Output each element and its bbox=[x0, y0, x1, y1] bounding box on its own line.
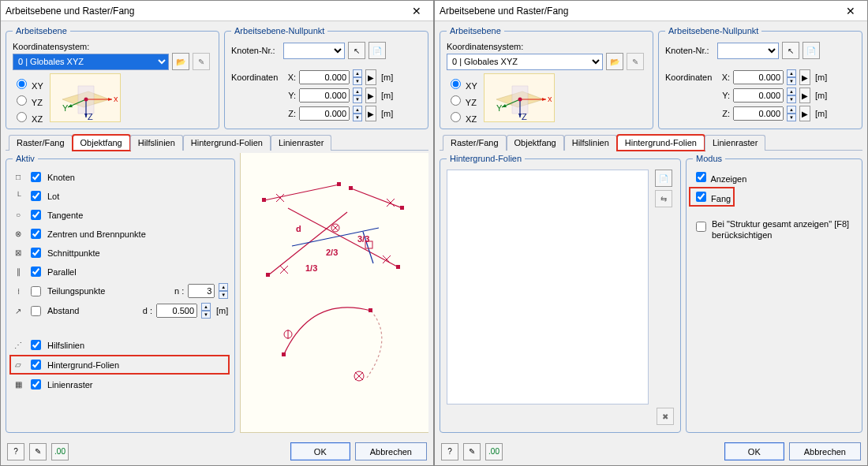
chk-lot[interactable] bbox=[31, 191, 41, 201]
pick-node-icon[interactable]: ↖ bbox=[782, 42, 799, 59]
chk-hintergrund-folien[interactable] bbox=[31, 360, 41, 370]
svg-text:Z: Z bbox=[522, 112, 527, 121]
guideline-icon: ⋰ bbox=[13, 340, 24, 351]
group-background-layers: Hintergrund-Folien 📄 ⇆ ✖ bbox=[440, 154, 681, 433]
arrow-right-icon[interactable]: ▶ bbox=[799, 69, 810, 85]
coord-y-input[interactable] bbox=[299, 88, 350, 103]
close-icon[interactable]: ✕ bbox=[405, 5, 428, 17]
open-folder-icon[interactable]: 📂 bbox=[172, 53, 189, 70]
coord-x-input[interactable] bbox=[733, 70, 784, 84]
chk-linienraster[interactable] bbox=[31, 379, 41, 390]
svg-text:1/3: 1/3 bbox=[305, 263, 317, 273]
chk-teilungspunkte[interactable] bbox=[31, 286, 41, 296]
svg-marker-3 bbox=[108, 98, 112, 101]
tab-objektfang[interactable]: Objektfang bbox=[73, 135, 130, 151]
chk-anzeigen bbox=[696, 172, 706, 182]
svg-rect-22 bbox=[266, 273, 270, 277]
svg-line-15 bbox=[288, 208, 398, 267]
tab-linienraster[interactable]: Linienraster bbox=[705, 135, 765, 151]
delete-layer-icon[interactable]: ✖ bbox=[657, 408, 674, 425]
tab-hintergrund-folien[interactable]: Hintergrund-Folien bbox=[617, 135, 705, 151]
tab-bar: Raster/Fang Objektfang Hilfslinien Hinte… bbox=[6, 134, 428, 151]
tab-raster-fang[interactable]: Raster/Fang bbox=[443, 135, 507, 151]
notes-icon[interactable]: ✎ bbox=[29, 443, 47, 460]
node-select[interactable] bbox=[717, 43, 779, 59]
edit-icon[interactable]: ✎ bbox=[627, 53, 644, 70]
add-layer-icon[interactable]: 📄 bbox=[655, 170, 672, 187]
tangent-icon: ○ bbox=[13, 210, 24, 221]
chk-hilfslinien[interactable] bbox=[31, 340, 41, 350]
plane-yz[interactable]: YZ bbox=[447, 93, 477, 107]
cancel-button[interactable]: Abbrechen bbox=[789, 442, 861, 460]
chk-tangente[interactable] bbox=[31, 210, 41, 220]
tab-hilfslinien[interactable]: Hilfslinien bbox=[564, 135, 617, 151]
plane-xz[interactable]: XZ bbox=[13, 110, 43, 124]
chk-fang-row[interactable]: Fang bbox=[693, 194, 731, 203]
close-icon[interactable]: ✕ bbox=[839, 5, 862, 17]
node-select[interactable] bbox=[283, 43, 345, 59]
d-input[interactable] bbox=[156, 304, 197, 318]
chk-schnittpunkte[interactable] bbox=[31, 248, 41, 258]
pick-node-icon[interactable]: ↖ bbox=[348, 42, 365, 59]
center-icon: ⊗ bbox=[13, 229, 24, 240]
ok-button[interactable]: OK bbox=[724, 442, 784, 460]
window-title: Arbeitsebene und Raster/Fang bbox=[440, 6, 839, 17]
tab-hintergrund-folien[interactable]: Hintergrund-Folien bbox=[183, 135, 271, 151]
coord-x-input[interactable] bbox=[299, 70, 350, 84]
chk-parallel[interactable] bbox=[31, 267, 41, 277]
cancel-button[interactable]: Abbrechen bbox=[355, 442, 427, 460]
svg-point-58 bbox=[518, 98, 522, 102]
arrow-right-icon[interactable]: ▶ bbox=[365, 69, 376, 85]
swap-layer-icon[interactable]: ⇆ bbox=[655, 190, 672, 207]
plane-xy[interactable]: XY bbox=[13, 76, 43, 91]
units-icon[interactable]: .00 bbox=[485, 443, 503, 460]
chk-abstand[interactable] bbox=[31, 306, 41, 316]
layer-icon: ▱ bbox=[13, 360, 24, 371]
edit-icon[interactable]: ✎ bbox=[193, 53, 210, 70]
svg-rect-21 bbox=[400, 206, 404, 210]
svg-line-12 bbox=[264, 185, 339, 200]
coord-z-input[interactable] bbox=[733, 106, 784, 121]
plane-preview: x Y Z bbox=[484, 73, 555, 122]
arrow-right-icon[interactable]: ▶ bbox=[365, 88, 376, 103]
group-workplane: Arbeitsebene Koordinatensystem: 0 | Glob… bbox=[6, 26, 219, 129]
chk-zentren[interactable] bbox=[31, 229, 41, 239]
coord-z-input[interactable] bbox=[299, 106, 350, 121]
tab-objektfang[interactable]: Objektfang bbox=[507, 135, 564, 151]
chk-anzeigen-row[interactable]: Anzeigen bbox=[693, 170, 855, 185]
row-hintergrund-folien: ▱Hintergrund-Folien bbox=[11, 356, 228, 373]
ok-button[interactable]: OK bbox=[290, 442, 350, 460]
tab-hilfslinien[interactable]: Hilfslinien bbox=[130, 135, 183, 151]
plane-yz[interactable]: YZ bbox=[13, 93, 43, 107]
intersect-icon: ⊠ bbox=[13, 248, 24, 259]
units-icon[interactable]: .00 bbox=[51, 443, 69, 460]
notes-icon[interactable]: ✎ bbox=[463, 443, 481, 460]
help-icon[interactable]: ? bbox=[7, 443, 24, 460]
plane-xz[interactable]: XZ bbox=[447, 110, 477, 124]
arrow-right-icon[interactable]: ▶ bbox=[799, 106, 810, 121]
svg-text:x: x bbox=[548, 94, 552, 103]
background-list[interactable] bbox=[447, 170, 649, 404]
n-input[interactable] bbox=[188, 284, 215, 298]
coord-y-input[interactable] bbox=[733, 88, 784, 103]
group-modus: Modus Anzeigen Fang Bei "Struktur gesamt… bbox=[686, 154, 862, 433]
chk-f8 bbox=[696, 222, 706, 232]
chk-f8-row[interactable]: Bei "Struktur gesamt anzeigen" [F8] berü… bbox=[693, 219, 855, 241]
chk-knoten[interactable] bbox=[31, 172, 41, 182]
arrow-right-icon[interactable]: ▶ bbox=[799, 88, 810, 103]
plane-xy[interactable]: XY bbox=[447, 76, 477, 91]
coord-system-select[interactable]: 0 | Globales XYZ bbox=[447, 54, 603, 70]
tab-raster-fang[interactable]: Raster/Fang bbox=[9, 135, 73, 151]
open-folder-icon[interactable]: 📂 bbox=[606, 53, 623, 70]
tab-bar: Raster/Fang Objektfang Hilfslinien Hinte… bbox=[440, 134, 862, 151]
new-node-icon[interactable]: 📄 bbox=[369, 42, 386, 59]
titlebar: Arbeitsebene und Raster/Fang ✕ bbox=[435, 1, 867, 21]
help-icon[interactable]: ? bbox=[441, 443, 458, 460]
svg-rect-24 bbox=[282, 352, 286, 356]
new-node-icon[interactable]: 📄 bbox=[803, 42, 820, 59]
tab-linienraster[interactable]: Linienraster bbox=[271, 135, 331, 151]
node-icon: □ bbox=[13, 172, 24, 183]
arrow-right-icon[interactable]: ▶ bbox=[365, 106, 376, 121]
coord-system-select[interactable]: 0 | Globales XYZ bbox=[13, 54, 169, 70]
titlebar: Arbeitsebene und Raster/Fang ✕ bbox=[1, 1, 433, 21]
